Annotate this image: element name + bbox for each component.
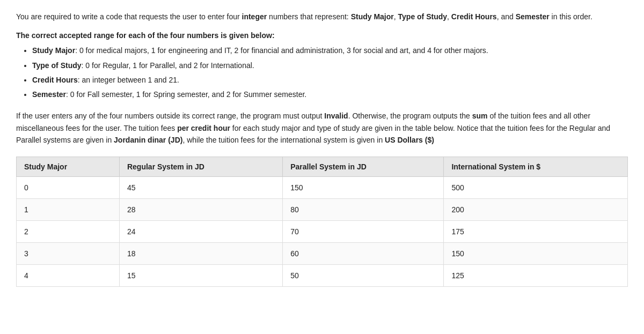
bullet-label-study-major: Study Major: [32, 46, 75, 55]
table-cell: 500: [444, 177, 628, 199]
col-header-regular: Regular System in JD: [119, 157, 282, 177]
bullet-list: Study Major: 0 for medical majors, 1 for…: [16, 44, 628, 101]
table-row: 22470175: [17, 221, 628, 243]
table-cell: 125: [444, 265, 628, 287]
table-cell: 24: [119, 221, 282, 243]
col-header-study-major: Study Major: [17, 157, 120, 177]
bullet-text-type-of-study: : 0 for Regular, 1 for Parallel, and 2 f…: [82, 61, 254, 70]
table-cell: 2: [17, 221, 120, 243]
table-cell: 4: [17, 265, 120, 287]
table-row: 045150500: [17, 177, 628, 199]
section-title: The correct accepted range for each of t…: [16, 31, 628, 40]
table-cell: 150: [283, 177, 444, 199]
bold-study-major: Study Major: [351, 12, 394, 21]
bullet-credit-hours: Credit Hours: an integer between 1 and 2…: [32, 73, 628, 87]
bullet-type-of-study: Type of Study: 0 for Regular, 1 for Para…: [32, 59, 628, 72]
bold-credit-hours: Credit Hours: [451, 12, 497, 21]
table-cell: 0: [17, 177, 120, 199]
table-cell: 28: [119, 199, 282, 221]
bullet-text-study-major: : 0 for medical majors, 1 for engineerin…: [75, 46, 488, 55]
col-header-international: International System in $: [444, 157, 628, 177]
bold-sum: sum: [472, 112, 488, 120]
bullet-label-credit-hours: Credit Hours: [32, 76, 78, 84]
table-row: 41550125: [17, 265, 628, 287]
table-cell: 1: [17, 199, 120, 221]
table-body: 0451505001288020022470175318601504155012…: [17, 177, 628, 287]
bold-usd: US Dollars ($): [385, 136, 434, 144]
table-cell: 200: [444, 199, 628, 221]
table-cell: 15: [119, 265, 282, 287]
bullet-study-major: Study Major: 0 for medical majors, 1 for…: [32, 44, 628, 57]
bullet-text-credit-hours: : an integer between 1 and 21.: [78, 76, 179, 84]
table-cell: 45: [119, 177, 282, 199]
bold-invalid: Invalid: [324, 112, 348, 120]
col-header-parallel: Parallel System in JD: [283, 157, 444, 177]
table-cell: 70: [283, 221, 444, 243]
table-cell: 60: [283, 243, 444, 265]
bold-jd: Jordanin dinar (JD): [114, 136, 182, 144]
table-cell: 80: [283, 199, 444, 221]
bullet-label-semester: Semester: [32, 90, 66, 99]
table-cell: 50: [283, 265, 444, 287]
table-cell: 18: [119, 243, 282, 265]
table-header-row: Study Major Regular System in JD Paralle…: [17, 157, 628, 177]
table-row: 31860150: [17, 243, 628, 265]
intro-paragraph: You are required to write a code that re…: [16, 11, 628, 23]
bullet-label-type-of-study: Type of Study: [32, 61, 82, 70]
bullet-text-semester: : 0 for Fall semester, 1 for Spring seme…: [66, 90, 306, 99]
bullet-semester: Semester: 0 for Fall semester, 1 for Spr…: [32, 88, 628, 101]
bold-semester: Semester: [516, 12, 550, 21]
bold-per-credit-hour: per credit hour: [177, 124, 230, 132]
table-cell: 150: [444, 243, 628, 265]
bold-integer: integer: [242, 12, 267, 21]
bold-type-of-study: Type of Study: [398, 12, 448, 21]
table-cell: 175: [444, 221, 628, 243]
description-paragraph: If the user enters any of the four numbe…: [16, 110, 628, 146]
table-cell: 3: [17, 243, 120, 265]
tuition-table: Study Major Regular System in JD Paralle…: [16, 157, 628, 287]
table-row: 12880200: [17, 199, 628, 221]
